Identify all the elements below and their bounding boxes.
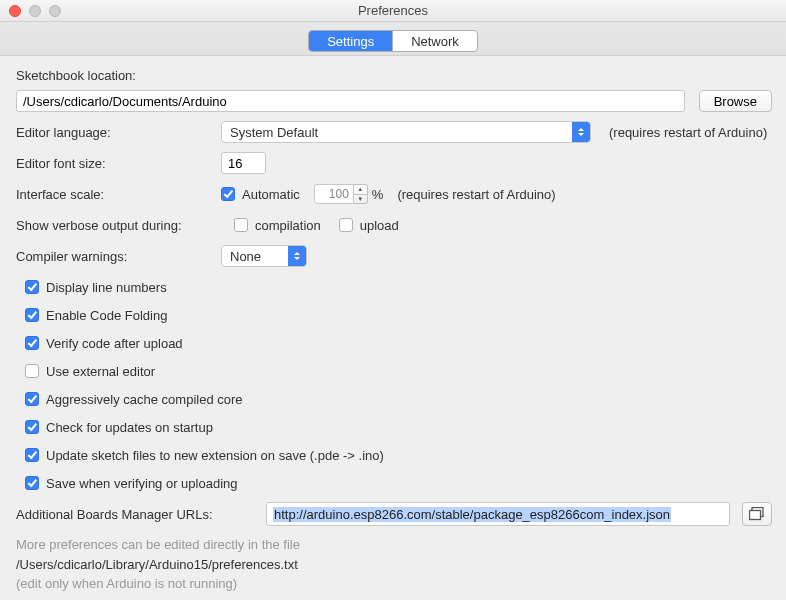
tab-network[interactable]: Network (392, 31, 477, 51)
editor-language-label: Editor language: (16, 125, 221, 140)
automatic-scale-label: Automatic (242, 187, 300, 202)
tab-settings[interactable]: Settings (309, 31, 392, 51)
font-size-label: Editor font size: (16, 156, 221, 171)
svg-rect-1 (750, 511, 761, 520)
editor-language-hint: (requires restart of Arduino) (609, 125, 767, 140)
close-window-button[interactable] (9, 5, 21, 17)
cache-compiled-core-checkbox[interactable] (25, 392, 39, 406)
check-updates-checkbox[interactable] (25, 420, 39, 434)
verbose-compilation-label: compilation (255, 218, 321, 233)
external-editor-checkbox[interactable] (25, 364, 39, 378)
automatic-scale-checkbox[interactable] (221, 187, 235, 201)
interface-scale-label: Interface scale: (16, 187, 221, 202)
chevron-updown-icon (288, 246, 306, 266)
enable-code-folding-checkbox[interactable] (25, 308, 39, 322)
chevron-updown-icon (572, 122, 590, 142)
scale-hint: (requires restart of Arduino) (397, 187, 555, 202)
font-size-input[interactable] (221, 152, 266, 174)
verbose-label: Show verbose output during: (16, 218, 234, 233)
boards-url-input[interactable]: http://arduino.esp8266.com/stable/packag… (266, 502, 730, 526)
verbose-upload-checkbox[interactable] (339, 218, 353, 232)
sketchbook-location-input[interactable] (16, 90, 685, 112)
compiler-warnings-label: Compiler warnings: (16, 249, 221, 264)
window-title: Preferences (0, 3, 786, 18)
save-on-verify-checkbox[interactable] (25, 476, 39, 490)
titlebar: Preferences (0, 0, 786, 22)
boards-url-label: Additional Boards Manager URLs: (16, 507, 266, 522)
zoom-window-button[interactable] (49, 5, 61, 17)
minimize-window-button[interactable] (29, 5, 41, 17)
verify-after-upload-checkbox[interactable] (25, 336, 39, 350)
sketchbook-location-label: Sketchbook location: (16, 68, 772, 83)
more-prefs-note: More preferences can be edited directly … (16, 535, 772, 594)
new-window-icon (749, 507, 765, 521)
verbose-upload-label: upload (360, 218, 399, 233)
update-extension-checkbox[interactable] (25, 448, 39, 462)
scale-stepper[interactable]: ▲▼ (314, 184, 368, 204)
editor-language-select[interactable]: System Default (221, 121, 591, 143)
percent-label: % (372, 187, 384, 202)
browse-button[interactable]: Browse (699, 90, 772, 112)
expand-urls-button[interactable] (742, 502, 772, 526)
tab-bar: Settings Network (0, 22, 786, 56)
verbose-compilation-checkbox[interactable] (234, 218, 248, 232)
display-line-numbers-checkbox[interactable] (25, 280, 39, 294)
